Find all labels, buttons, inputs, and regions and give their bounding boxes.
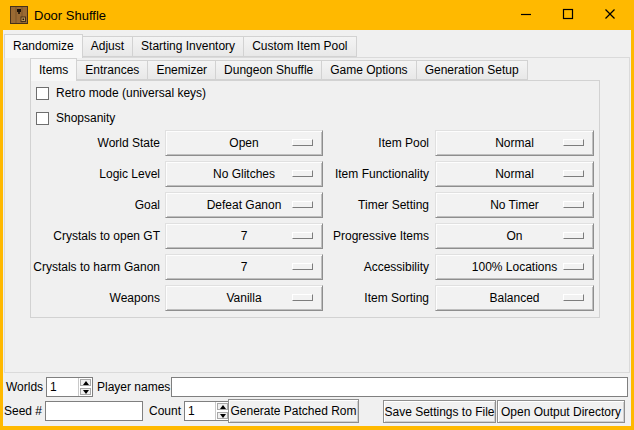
main-tab-bar: Randomize Adjust Starting Inventory Cust… <box>4 33 356 57</box>
tab-entrances[interactable]: Entrances <box>76 60 148 80</box>
crystals-gt-label: Crystals to open GT <box>23 223 160 249</box>
item-pool-label: Item Pool <box>320 130 429 156</box>
item-pool-value: Normal <box>495 136 534 150</box>
dropdown-indicator-icon <box>292 201 313 208</box>
door-shuffle-window: Door Shuffle Randomize <box>0 0 634 430</box>
item-sorting-label: Item Sorting <box>320 285 429 311</box>
tab-adjust[interactable]: Adjust <box>82 36 133 57</box>
accessibility-value: 100% Locations <box>472 260 557 274</box>
weapons-label: Weapons <box>23 285 160 311</box>
generate-patched-rom-button[interactable]: Generate Patched Rom <box>228 399 359 423</box>
worlds-label: Worlds <box>6 377 43 397</box>
spin-up-button[interactable] <box>217 403 228 410</box>
tab-label: Enemizer <box>156 63 207 77</box>
tab-items[interactable]: Items <box>30 58 77 81</box>
seed-input[interactable] <box>45 401 143 421</box>
tab-custom-item-pool[interactable]: Custom Item Pool <box>243 36 356 57</box>
accessibility-dropdown[interactable]: 100% Locations <box>435 254 594 280</box>
count-spinbox[interactable]: 1 <box>184 401 230 421</box>
dropdown-indicator-icon <box>292 294 313 301</box>
goal-dropdown[interactable]: Defeat Ganon <box>165 192 323 218</box>
timer-setting-dropdown[interactable]: No Timer <box>435 192 594 218</box>
tab-label: Custom Item Pool <box>252 39 347 53</box>
tab-generation-setup[interactable]: Generation Setup <box>416 60 528 80</box>
tab-dungeon-shuffle[interactable]: Dungeon Shuffle <box>215 60 322 80</box>
dropdown-indicator-icon <box>563 139 584 146</box>
sub-tab-bar: Items Entrances Enemizer Dungeon Shuffle… <box>30 58 527 80</box>
item-functionality-label: Item Functionality <box>320 161 429 187</box>
tab-game-options[interactable]: Game Options <box>321 60 416 80</box>
tab-label: Game Options <box>330 63 407 77</box>
save-settings-button[interactable]: Save Settings to File <box>383 400 496 423</box>
dropdown-indicator-icon <box>563 294 584 301</box>
retro-mode-checkbox[interactable] <box>36 87 49 100</box>
arrow-up-icon <box>83 381 89 385</box>
dropdown-indicator-icon <box>292 263 313 270</box>
dropdown-indicator-icon <box>563 263 584 270</box>
item-pool-dropdown[interactable]: Normal <box>435 130 594 156</box>
shopsanity-label: Shopsanity <box>56 111 115 125</box>
logic-level-value: No Glitches <box>213 167 275 181</box>
worlds-spinbox[interactable]: 1 <box>46 377 93 397</box>
shopsanity-checkbox[interactable] <box>36 112 49 125</box>
progressive-items-dropdown[interactable]: On <box>435 223 594 249</box>
accessibility-label: Accessibility <box>320 254 429 280</box>
crystals-ganon-label: Crystals to harm Ganon <box>23 254 160 280</box>
goal-label: Goal <box>23 192 160 218</box>
logic-level-dropdown[interactable]: No Glitches <box>165 161 323 187</box>
maximize-button[interactable] <box>547 0 589 30</box>
weapons-dropdown[interactable]: Vanilla <box>165 285 323 311</box>
retro-mode-label: Retro mode (universal keys) <box>56 86 206 100</box>
tab-enemizer[interactable]: Enemizer <box>147 60 216 80</box>
progressive-items-label: Progressive Items <box>320 223 429 249</box>
weapons-value: Vanilla <box>226 291 261 305</box>
count-label: Count <box>149 401 181 421</box>
shopsanity-option: Shopsanity <box>36 111 115 125</box>
dropdown-indicator-icon <box>292 232 313 239</box>
caption-buttons <box>505 0 631 30</box>
player-names-label: Player names <box>97 377 170 397</box>
crystals-ganon-dropdown[interactable]: 7 <box>165 254 323 280</box>
tab-randomize[interactable]: Randomize <box>4 34 83 58</box>
maximize-icon <box>562 8 574 23</box>
crystals-ganon-value: 7 <box>241 260 248 274</box>
dropdown-indicator-icon <box>563 201 584 208</box>
tab-label: Randomize <box>13 39 74 53</box>
goal-value: Defeat Ganon <box>207 198 282 212</box>
door-icon <box>10 6 28 24</box>
progressive-items-value: On <box>506 229 522 243</box>
crystals-gt-dropdown[interactable]: 7 <box>165 223 323 249</box>
world-state-dropdown[interactable]: Open <box>165 130 323 156</box>
window-title: Door Shuffle <box>34 8 106 23</box>
world-state-value: Open <box>229 136 258 150</box>
dropdown-indicator-icon <box>563 232 584 239</box>
close-button[interactable] <box>589 0 631 30</box>
count-value: 1 <box>185 402 215 420</box>
spinner-arrows <box>215 402 229 420</box>
dropdown-indicator-icon <box>292 139 313 146</box>
open-output-directory-button[interactable]: Open Output Directory <box>497 400 625 423</box>
title-bar[interactable]: Door Shuffle <box>0 0 634 30</box>
spin-down-button[interactable] <box>80 388 91 395</box>
item-functionality-dropdown[interactable]: Normal <box>435 161 594 187</box>
world-state-label: World State <box>23 130 160 156</box>
item-sorting-dropdown[interactable]: Balanced <box>435 285 594 311</box>
spin-up-button[interactable] <box>80 379 91 386</box>
tab-label: Dungeon Shuffle <box>224 63 313 77</box>
crystals-gt-value: 7 <box>241 229 248 243</box>
logic-level-label: Logic Level <box>23 161 160 187</box>
timer-setting-label: Timer Setting <box>320 192 429 218</box>
item-sorting-value: Balanced <box>489 291 539 305</box>
minimize-button[interactable] <box>505 0 547 30</box>
arrow-down-icon <box>220 414 226 418</box>
item-functionality-value: Normal <box>495 167 534 181</box>
tab-label: Generation Setup <box>425 63 519 77</box>
client-area: Randomize Adjust Starting Inventory Cust… <box>3 30 631 426</box>
player-names-input[interactable] <box>171 377 628 397</box>
dropdown-indicator-icon <box>292 170 313 177</box>
timer-setting-value: No Timer <box>490 198 539 212</box>
tab-label: Adjust <box>91 39 124 53</box>
arrow-down-icon <box>83 390 89 394</box>
spin-down-button[interactable] <box>217 412 228 419</box>
tab-starting-inventory[interactable]: Starting Inventory <box>132 36 244 57</box>
